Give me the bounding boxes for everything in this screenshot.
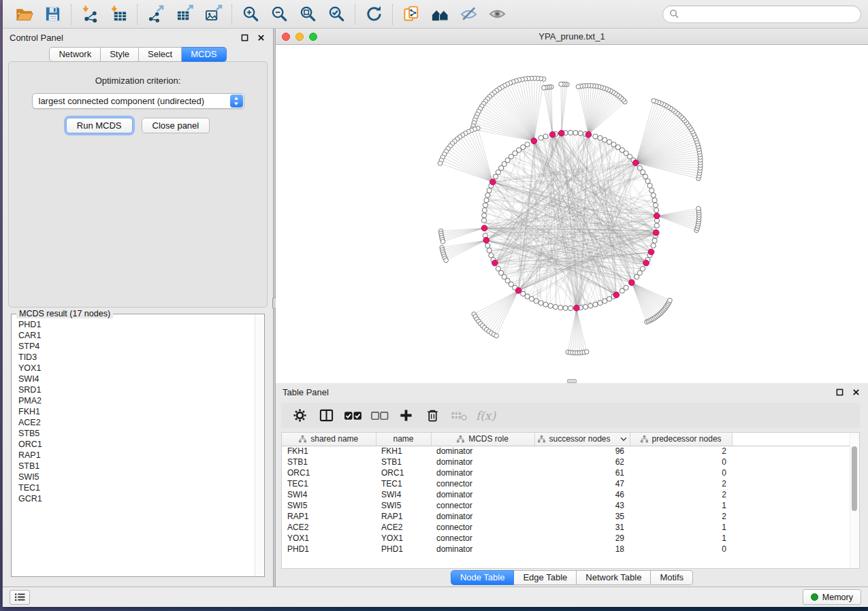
mcds-result-item[interactable]: PHD1 <box>12 319 254 330</box>
mcds-result-item[interactable]: TEC1 <box>12 482 254 493</box>
zoom-in-button[interactable] <box>237 3 264 26</box>
cell-successor-nodes[interactable]: 96 <box>534 446 630 457</box>
cell-mcds-role[interactable]: connector <box>431 533 534 544</box>
close-table-panel-button[interactable] <box>850 387 861 398</box>
tab-style[interactable]: Style <box>101 47 139 62</box>
tab-select[interactable]: Select <box>139 47 182 62</box>
tab-network[interactable]: Network <box>49 47 101 62</box>
cell-name[interactable]: SWI5 <box>376 500 431 511</box>
tab-edge-table[interactable]: Edge Table <box>514 570 577 585</box>
mcds-result-item[interactable]: STB1 <box>12 461 254 472</box>
cell-successor-nodes[interactable]: 46 <box>534 489 630 500</box>
cell-predecessor-nodes[interactable]: 1 <box>630 500 732 511</box>
cell-successor-nodes[interactable]: 47 <box>534 478 630 489</box>
table-row[interactable]: ORC1ORC1dominator610 <box>282 467 851 478</box>
table-settings-button[interactable] <box>291 406 309 425</box>
table-row[interactable]: PHD1PHD1dominator180 <box>282 544 851 555</box>
cell-predecessor-nodes[interactable]: 1 <box>630 522 732 533</box>
cell-shared-name[interactable]: ORC1 <box>282 467 376 478</box>
cell-successor-nodes[interactable]: 31 <box>534 522 630 533</box>
add-entry-button[interactable] <box>397 406 415 425</box>
zoom-selected-button[interactable] <box>323 3 350 26</box>
zoom-out-button[interactable] <box>266 3 293 26</box>
cell-successor-nodes[interactable]: 43 <box>534 500 630 511</box>
table-row[interactable]: YOX1YOX1connector291 <box>282 533 851 544</box>
column-header-MCDS-role[interactable]: MCDS role <box>431 433 534 446</box>
table-scrollbar-thumb[interactable] <box>852 446 857 511</box>
cell-predecessor-nodes[interactable]: 0 <box>630 457 732 467</box>
column-header-shared-name[interactable]: shared name <box>282 433 376 446</box>
memory-button[interactable]: Memory <box>803 589 861 605</box>
mcds-result-item[interactable]: ACE2 <box>12 417 254 428</box>
cell-mcds-role[interactable]: dominator <box>431 467 534 478</box>
table-scrollbar[interactable] <box>850 433 859 568</box>
show-all-button[interactable] <box>483 3 511 26</box>
network-graph[interactable] <box>276 45 868 383</box>
table-row[interactable]: TEC1TEC1connector472 <box>282 478 851 489</box>
table-row[interactable]: RAP1RAP1dominator352 <box>282 511 851 522</box>
cell-shared-name[interactable]: SWI5 <box>282 500 376 511</box>
cell-predecessor-nodes[interactable]: 0 <box>630 544 732 555</box>
column-header-successor-nodes[interactable]: successor nodes <box>534 433 630 446</box>
refresh-layout-button[interactable] <box>360 3 387 26</box>
cell-shared-name[interactable]: YOX1 <box>282 533 376 544</box>
import-table-button[interactable] <box>105 3 132 26</box>
column-header-predecessor-nodes[interactable]: predecessor nodes <box>630 433 732 446</box>
table-row[interactable]: SWI4SWI4dominator462 <box>282 489 851 500</box>
tab-motifs[interactable]: Motifs <box>651 570 693 585</box>
save-session-button[interactable] <box>39 3 66 26</box>
run-mcds-button[interactable]: Run MCDS <box>66 118 133 133</box>
export-image-button[interactable] <box>199 3 227 26</box>
float-panel-button[interactable] <box>239 33 250 44</box>
mcds-result-item[interactable]: SWI4 <box>12 374 254 384</box>
mcds-result-item[interactable]: CAR1 <box>12 330 254 341</box>
cell-predecessor-nodes[interactable]: 2 <box>630 446 732 457</box>
cell-shared-name[interactable]: FKH1 <box>282 446 376 457</box>
cell-successor-nodes[interactable]: 35 <box>534 511 630 522</box>
network-canvas[interactable] <box>276 45 868 383</box>
cell-name[interactable]: FKH1 <box>376 446 431 457</box>
cell-shared-name[interactable]: TEC1 <box>282 478 376 489</box>
duplicate-network-button[interactable] <box>398 3 425 26</box>
deselect-all-button[interactable] <box>370 406 389 425</box>
cell-mcds-role[interactable]: dominator <box>431 511 534 522</box>
select-all-button[interactable] <box>344 406 362 425</box>
cell-name[interactable]: SWI4 <box>376 489 431 500</box>
mcds-result-item[interactable]: SWI5 <box>12 472 254 482</box>
cell-name[interactable]: STB1 <box>376 457 431 467</box>
node-table[interactable]: shared namenameMCDS rolesuccessor nodesp… <box>282 433 851 555</box>
cell-predecessor-nodes[interactable]: 2 <box>630 489 732 500</box>
mcds-result-item[interactable]: ORC1 <box>12 439 254 450</box>
criterion-dropdown[interactable]: largest connected component (undirected) <box>32 93 244 109</box>
result-list-scrollbar[interactable] <box>255 315 263 576</box>
mcds-result-item[interactable]: PMA2 <box>12 395 254 406</box>
cell-shared-name[interactable]: ACE2 <box>282 522 376 533</box>
search-input[interactable] <box>683 9 854 19</box>
mcds-result-item[interactable]: GCR1 <box>12 493 254 504</box>
table-row[interactable]: ACE2ACE2connector311 <box>282 522 851 533</box>
cell-mcds-role[interactable]: dominator <box>431 489 534 500</box>
tab-network-table[interactable]: Network Table <box>577 570 651 585</box>
column-header-name[interactable]: name <box>376 433 431 446</box>
cell-successor-nodes[interactable]: 18 <box>534 544 630 555</box>
export-network-button[interactable] <box>142 3 170 26</box>
float-table-panel-button[interactable] <box>834 387 845 398</box>
tab-mcds[interactable]: MCDS <box>182 47 226 62</box>
cell-predecessor-nodes[interactable]: 2 <box>630 478 732 489</box>
cell-predecessor-nodes[interactable]: 2 <box>630 511 732 522</box>
cell-successor-nodes[interactable]: 29 <box>534 533 630 544</box>
canvas-splitter-handle[interactable] <box>567 379 577 383</box>
tab-node-table[interactable]: Node Table <box>451 570 515 585</box>
cell-name[interactable]: RAP1 <box>376 511 431 522</box>
split-panel-button[interactable] <box>317 406 336 425</box>
open-session-button[interactable] <box>10 3 37 26</box>
task-history-button[interactable] <box>10 590 30 605</box>
export-table-button[interactable] <box>171 3 198 26</box>
close-panel-button[interactable] <box>255 33 266 44</box>
cell-mcds-role[interactable]: dominator <box>431 457 534 467</box>
mcds-result-item[interactable]: STP4 <box>12 341 254 352</box>
delete-entry-button[interactable] <box>423 406 442 425</box>
cell-mcds-role[interactable]: connector <box>431 478 534 489</box>
first-neighbors-button[interactable] <box>426 3 453 26</box>
cell-shared-name[interactable]: SWI4 <box>282 489 376 500</box>
